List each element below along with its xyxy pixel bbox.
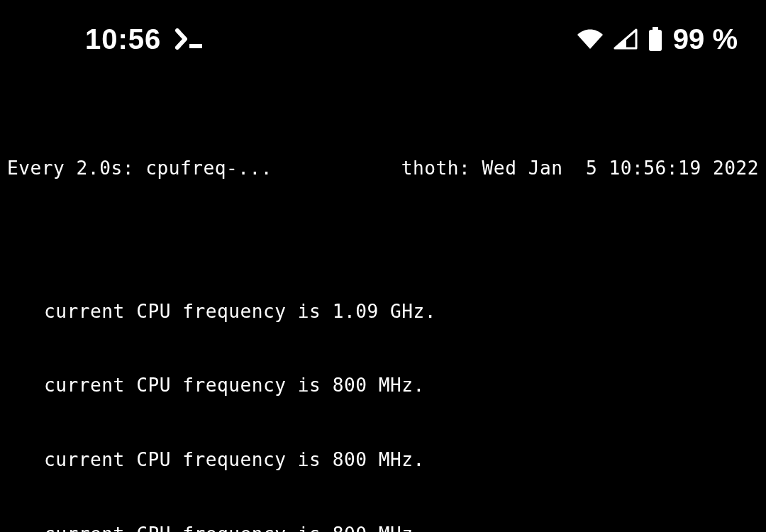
watch-host-time: thoth: Wed Jan 5 10:56:19 2022 bbox=[401, 156, 759, 181]
cellular-icon bbox=[614, 28, 638, 50]
cpu-freq-line: current CPU frequency is 800 MHz. bbox=[7, 522, 759, 533]
watch-interval: Every 2.0s: cpufreq-... bbox=[7, 156, 272, 181]
cpu-freq-line: current CPU frequency is 1.09 GHz. bbox=[7, 299, 759, 324]
watch-header: Every 2.0s: cpufreq-... thoth: Wed Jan 5… bbox=[7, 156, 759, 181]
statusbar-left: 10:56 bbox=[85, 23, 206, 55]
statusbar: 10:56 99 % bbox=[0, 0, 766, 71]
cpu-freq-line: current CPU frequency is 800 MHz. bbox=[7, 373, 759, 398]
statusbar-right: 99 % bbox=[577, 23, 738, 55]
cpu-freq-list: current CPU frequency is 1.09 GHz. curre… bbox=[7, 250, 759, 532]
svg-rect-0 bbox=[189, 44, 202, 48]
cpu-freq-line: current CPU frequency is 800 MHz. bbox=[7, 448, 759, 472]
battery-icon bbox=[648, 27, 663, 51]
clock: 10:56 bbox=[85, 23, 161, 55]
wifi-icon bbox=[577, 28, 604, 50]
svg-rect-1 bbox=[653, 27, 658, 30]
svg-rect-2 bbox=[649, 30, 662, 51]
terminal-icon bbox=[175, 28, 206, 50]
battery-text: 99 % bbox=[673, 23, 738, 55]
terminal-output[interactable]: Every 2.0s: cpufreq-... thoth: Wed Jan 5… bbox=[0, 71, 766, 532]
